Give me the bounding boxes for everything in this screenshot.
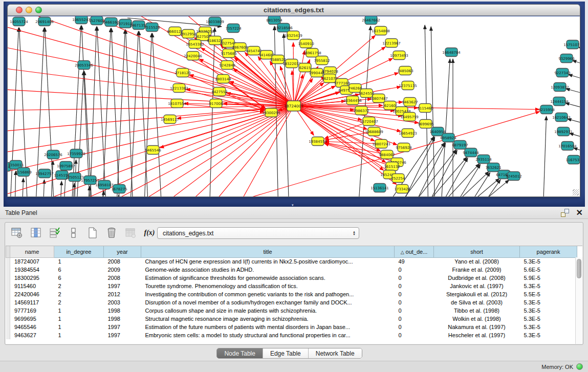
graph-node[interactable]: 12213383 bbox=[170, 84, 188, 93]
close-icon[interactable]: ✕ bbox=[576, 209, 583, 217]
graph-node[interactable]: 15136141 bbox=[371, 184, 389, 192]
graph-node[interactable]: 1156869 bbox=[15, 168, 31, 177]
table-row[interactable]: 1456911722003Disruption of a novel membe… bbox=[6, 298, 577, 307]
graph-node[interactable]: 252254 bbox=[391, 174, 405, 183]
graph-node[interactable]: 7357224 bbox=[225, 24, 242, 33]
tab-node-table[interactable]: Node Table bbox=[217, 348, 263, 358]
table-row[interactable]: 1830029562008Estimation of significance … bbox=[6, 274, 577, 282]
graph-node[interactable]: 16654923 bbox=[399, 129, 417, 138]
tab-network-table[interactable]: Network Table bbox=[308, 348, 362, 358]
column-header-in_degree[interactable]: in_degree bbox=[54, 246, 104, 257]
column-select-icon[interactable] bbox=[29, 226, 42, 239]
graph-node[interactable]: 20206576 bbox=[44, 150, 62, 159]
graph-node[interactable]: 7986372 bbox=[353, 106, 369, 115]
column-header-out_de[interactable]: △out_de... bbox=[395, 246, 434, 257]
graph-node[interactable]: 12444158 bbox=[550, 97, 569, 106]
graph-node[interactable]: 7515528 bbox=[144, 23, 160, 32]
graph-node[interactable]: 26467662 bbox=[362, 16, 380, 25]
graph-node[interactable]: 9884067 bbox=[379, 150, 395, 159]
table-row[interactable]: 2242004622012Investigating the contribut… bbox=[6, 290, 577, 298]
graph-node[interactable]: 16210643 bbox=[552, 113, 571, 122]
table-row[interactable]: 1872400712008Changes of HCN gene express… bbox=[6, 257, 577, 266]
import-table-icon[interactable] bbox=[124, 226, 137, 239]
graph-node[interactable]: 15720407 bbox=[360, 117, 378, 126]
graph-node[interactable]: 2718120 bbox=[175, 69, 190, 77]
network-window-titlebar[interactable]: citations_edges.txt bbox=[8, 5, 580, 16]
graph-node[interactable]: 917008 bbox=[209, 99, 223, 108]
table-selector-dropdown[interactable]: citations_edges.txt ▲▼ bbox=[157, 227, 359, 239]
panel-splitter[interactable]: ▾ bbox=[292, 203, 297, 207]
window-resize-grip[interactable] bbox=[573, 189, 579, 195]
column-header-short[interactable]: short bbox=[434, 246, 520, 257]
column-header-year[interactable]: year bbox=[104, 246, 141, 257]
table-row[interactable]: 946554611997Estimation of the future num… bbox=[6, 323, 577, 331]
graph-node[interactable]: 9175685 bbox=[221, 49, 236, 58]
table-row[interactable]: 911546021997Tourette syndrome. Phenomeno… bbox=[6, 282, 577, 290]
graph-hub-node[interactable]: 18724007 bbox=[284, 101, 303, 111]
graph-node[interactable]: 16154808 bbox=[372, 27, 390, 35]
graph-node[interactable]: 13942757 bbox=[35, 169, 54, 178]
graph-node[interactable]: 1527602 bbox=[89, 16, 104, 25]
graph-node[interactable]: 16648784 bbox=[442, 48, 461, 57]
table-row[interactable]: 1938455462009Genome-wide association stu… bbox=[6, 266, 577, 274]
table-row[interactable]: 977716911998Corpus callosum shape and si… bbox=[6, 307, 577, 315]
graph-node[interactable]: 12213967 bbox=[382, 39, 401, 48]
graph-node[interactable]: 10975887 bbox=[57, 162, 75, 170]
column-header-name[interactable]: name bbox=[10, 246, 54, 257]
graph-node[interactable]: 9474444 bbox=[463, 148, 479, 157]
graph-node[interactable]: 7955812 bbox=[314, 56, 330, 65]
graph-node[interactable]: 8427552 bbox=[211, 87, 227, 96]
graph-node[interactable]: 1733426 bbox=[394, 185, 410, 193]
graph-node[interactable]: 9699695 bbox=[418, 120, 433, 128]
graph-node[interactable]: 8912954 bbox=[180, 30, 197, 38]
graph-node[interactable]: 1615132 bbox=[384, 162, 400, 171]
minimize-window-icon[interactable] bbox=[26, 7, 32, 13]
graph-node[interactable]: 1540910 bbox=[298, 39, 314, 48]
graph-node[interactable]: 19892971 bbox=[554, 127, 573, 136]
graph-node[interactable]: 9465546 bbox=[145, 146, 161, 155]
network-canvas[interactable]: 1405572420691406106552471527602646616010… bbox=[8, 16, 580, 196]
row-height-icon[interactable] bbox=[67, 226, 80, 239]
zoom-window-icon[interactable] bbox=[35, 7, 42, 13]
graph-node[interactable]: 19384554 bbox=[309, 137, 327, 146]
graph-node[interactable]: 10973493 bbox=[390, 51, 408, 60]
graph-node[interactable]: 9756928 bbox=[396, 143, 411, 152]
graph-node[interactable]: 10688609 bbox=[365, 127, 383, 136]
graph-node[interactable]: 12375135 bbox=[399, 81, 417, 90]
graph-node[interactable]: 8215958 bbox=[538, 105, 554, 114]
graph-node[interactable]: 10655247 bbox=[72, 16, 91, 24]
scrollbar-thumb[interactable] bbox=[577, 259, 581, 278]
graph-node[interactable]: 17016504 bbox=[558, 142, 577, 150]
graph-node[interactable]: 2935114 bbox=[475, 155, 492, 164]
table-row[interactable]: 969969511998Structural magnetic resonanc… bbox=[6, 315, 577, 323]
graph-node[interactable]: 18807243 bbox=[372, 140, 390, 148]
graph-node[interactable]: 6879197 bbox=[452, 141, 468, 149]
delete-trash-icon[interactable] bbox=[105, 226, 118, 239]
graph-node[interactable]: 9463627 bbox=[402, 98, 418, 106]
graph-node[interactable]: 9115460 bbox=[417, 104, 433, 113]
graph-node[interactable]: 9242848 bbox=[219, 61, 235, 70]
function-builder-icon[interactable]: f(x) bbox=[143, 226, 156, 239]
table-row[interactable]: 946362711997Embryonic stem cells: a mode… bbox=[6, 331, 577, 339]
graph-node[interactable]: 1678275 bbox=[111, 185, 127, 193]
graph-node[interactable]: 17359928 bbox=[67, 149, 85, 158]
graph-node[interactable]: 9329966 bbox=[558, 54, 575, 63]
graph-node[interactable]: 20691406 bbox=[35, 17, 54, 26]
graph-node[interactable]: 6958924 bbox=[440, 134, 456, 142]
graph-node[interactable]: 15751074 bbox=[563, 40, 580, 49]
row-select-check-icon[interactable] bbox=[48, 226, 61, 239]
new-document-icon[interactable] bbox=[86, 226, 99, 239]
table-settings-icon[interactable] bbox=[10, 226, 24, 239]
graph-node[interactable]: 7485063 bbox=[397, 67, 413, 75]
column-header-pagerank[interactable]: pagerank bbox=[520, 246, 577, 257]
graph-node[interactable]: 62160 bbox=[384, 101, 396, 110]
graph-node[interactable]: 16033809 bbox=[206, 17, 224, 26]
column-header-title[interactable]: title bbox=[141, 246, 395, 257]
graph-node[interactable]: 14055724 bbox=[10, 17, 28, 26]
network-window[interactable]: citations_edges.txt 14055724206914061065… bbox=[7, 4, 580, 197]
close-window-icon[interactable] bbox=[16, 7, 23, 13]
graph-node[interactable]: 1167533 bbox=[565, 156, 580, 164]
network-canvas-svg[interactable]: 1405572420691406106552471527602646616010… bbox=[8, 16, 580, 197]
graph-node[interactable]: 12093832 bbox=[551, 83, 569, 92]
graph-node[interactable]: 9245012 bbox=[506, 172, 521, 181]
